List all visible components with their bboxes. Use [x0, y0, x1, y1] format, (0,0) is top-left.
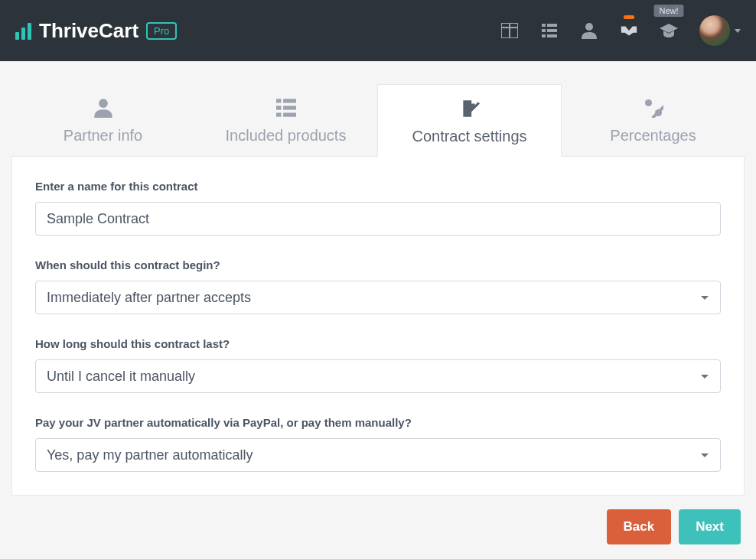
document-edit-icon [460, 99, 480, 122]
select-contract-begin[interactable]: Immediately after partner accepts [35, 281, 721, 314]
tabs-container: Partner info Included products Contract … [0, 61, 756, 496]
graduation-icon[interactable]: New! [660, 21, 678, 40]
percent-icon [644, 98, 663, 121]
field-contract-payment: Pay your JV partner automatically via Pa… [35, 416, 721, 472]
tab-contract-settings[interactable]: Contract settings [377, 84, 562, 157]
svg-point-10 [99, 99, 108, 108]
logo-text: ThriveCart [39, 19, 138, 43]
svg-rect-13 [276, 106, 282, 109]
svg-rect-8 [547, 34, 557, 37]
dashboard-icon[interactable] [500, 21, 519, 40]
tab-percentages[interactable]: Percentages [562, 84, 745, 156]
svg-rect-5 [542, 29, 546, 32]
new-badge: New! [653, 5, 683, 17]
user-icon[interactable] [580, 21, 598, 40]
tab-label: Partner info [64, 127, 142, 145]
user-icon [93, 98, 113, 121]
svg-rect-11 [276, 99, 282, 102]
svg-point-9 [585, 23, 593, 31]
tab-label: Included products [226, 127, 347, 145]
field-contract-begin: When should this contract begin? Immedia… [35, 258, 721, 314]
top-header: ThriveCart Pro New! [0, 0, 756, 61]
tab-label: Percentages [610, 127, 696, 145]
svg-rect-14 [283, 106, 296, 109]
footer-actions: Back Next [0, 496, 756, 558]
user-menu[interactable] [699, 15, 741, 46]
select-contract-payment[interactable]: Yes, pay my partner automatically [35, 438, 721, 472]
form-panel: Enter a name for this contract When shou… [11, 157, 745, 496]
tabs: Partner info Included products Contract … [11, 84, 745, 157]
next-button[interactable]: Next [679, 509, 741, 544]
field-contract-name: Enter a name for this contract [35, 180, 721, 236]
svg-rect-3 [542, 24, 546, 27]
logo[interactable]: ThriveCart Pro [15, 19, 177, 43]
svg-rect-6 [547, 29, 557, 32]
svg-rect-15 [276, 113, 282, 117]
grid-icon [276, 98, 296, 121]
back-button[interactable]: Back [607, 509, 672, 544]
svg-rect-16 [283, 113, 296, 117]
handshake-icon[interactable] [620, 21, 638, 40]
list-icon[interactable] [540, 21, 559, 40]
input-contract-name[interactable] [35, 202, 721, 236]
svg-rect-4 [547, 24, 557, 27]
svg-point-17 [644, 99, 651, 106]
label-contract-duration: How long should this contract last? [35, 337, 721, 350]
label-contract-payment: Pay your JV partner automatically via Pa… [35, 416, 721, 429]
header-nav: New! [500, 15, 741, 46]
tab-partner-info[interactable]: Partner info [11, 84, 194, 156]
svg-rect-7 [542, 34, 546, 37]
label-contract-begin: When should this contract begin? [35, 258, 721, 271]
select-contract-duration[interactable]: Until I cancel it manually [35, 359, 721, 393]
chevron-down-icon [735, 29, 741, 33]
pro-badge: Pro [146, 22, 177, 40]
svg-rect-12 [283, 99, 296, 102]
logo-icon [15, 21, 31, 40]
avatar [699, 15, 730, 46]
tab-label: Contract settings [412, 128, 526, 145]
label-contract-name: Enter a name for this contract [35, 180, 721, 193]
tab-included-products[interactable]: Included products [194, 84, 377, 156]
notification-dot [624, 15, 634, 19]
field-contract-duration: How long should this contract last? Unti… [35, 337, 721, 393]
